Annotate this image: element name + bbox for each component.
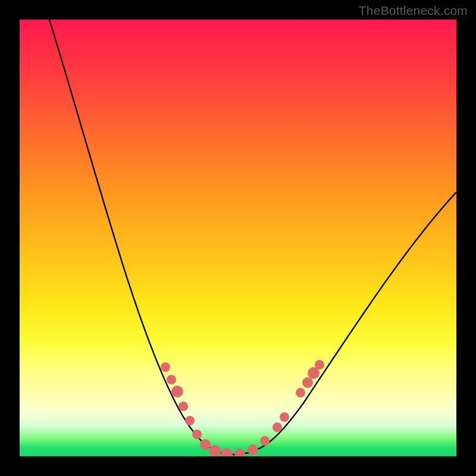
bottleneck-curve bbox=[49, 20, 456, 455]
curve-marker bbox=[167, 375, 176, 384]
curve-marker bbox=[209, 445, 221, 456]
curve-marker bbox=[273, 422, 282, 432]
curve-marker bbox=[192, 430, 202, 439]
chart-svg bbox=[20, 20, 456, 456]
curve-marker bbox=[161, 362, 170, 372]
curve-marker bbox=[315, 360, 324, 369]
watermark-text: TheBottleneck.com bbox=[359, 4, 468, 18]
curve-marker bbox=[221, 448, 233, 456]
curve-marker bbox=[200, 439, 211, 450]
curve-marker bbox=[178, 402, 188, 411]
curve-marker bbox=[302, 377, 313, 388]
curve-marker bbox=[171, 386, 183, 397]
curve-marker bbox=[260, 436, 270, 446]
curve-marker bbox=[234, 449, 245, 456]
curve-marker bbox=[248, 444, 258, 455]
curve-marker bbox=[185, 416, 195, 425]
outer-frame: TheBottleneck.com bbox=[0, 0, 476, 476]
plot-area bbox=[20, 20, 456, 456]
curve-marker bbox=[296, 388, 305, 397]
curve-marker bbox=[280, 412, 289, 422]
